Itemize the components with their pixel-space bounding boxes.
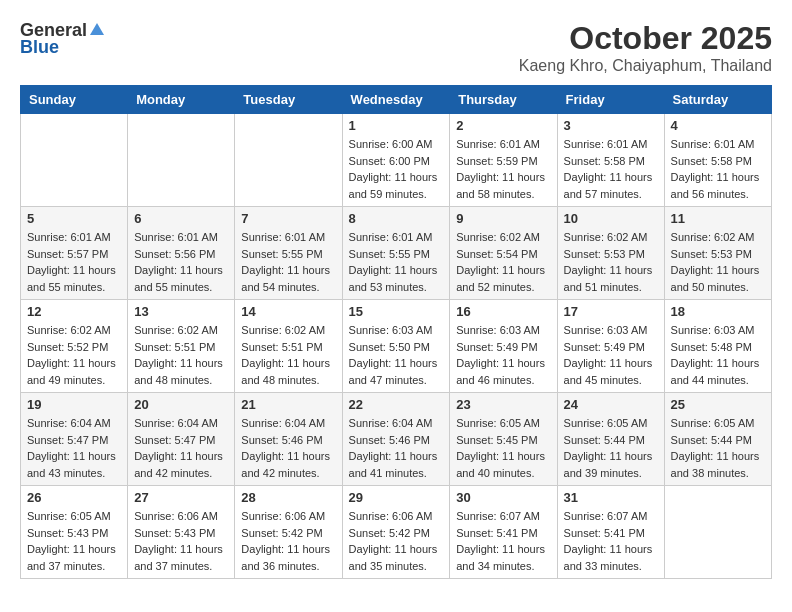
calendar-cell: 8 Sunrise: 6:01 AM Sunset: 5:55 PM Dayli… bbox=[342, 207, 450, 300]
day-info: Sunrise: 6:03 AM Sunset: 5:49 PM Dayligh… bbox=[564, 322, 658, 388]
sunrise-text: Sunrise: 6:01 AM bbox=[27, 231, 111, 243]
calendar-cell: 27 Sunrise: 6:06 AM Sunset: 5:43 PM Dayl… bbox=[128, 486, 235, 579]
sunset-text: Sunset: 5:43 PM bbox=[134, 527, 215, 539]
day-number: 21 bbox=[241, 397, 335, 412]
day-number: 6 bbox=[134, 211, 228, 226]
sunrise-text: Sunrise: 6:01 AM bbox=[349, 231, 433, 243]
daylight-text: Daylight: 11 hours and 55 minutes. bbox=[27, 264, 116, 293]
day-info: Sunrise: 6:04 AM Sunset: 5:47 PM Dayligh… bbox=[134, 415, 228, 481]
sunrise-text: Sunrise: 6:00 AM bbox=[349, 138, 433, 150]
weekday-header-sunday: Sunday bbox=[21, 86, 128, 114]
day-number: 4 bbox=[671, 118, 765, 133]
logo-blue-text: Blue bbox=[20, 37, 59, 58]
sunrise-text: Sunrise: 6:01 AM bbox=[671, 138, 755, 150]
calendar-cell: 11 Sunrise: 6:02 AM Sunset: 5:53 PM Dayl… bbox=[664, 207, 771, 300]
sunset-text: Sunset: 5:58 PM bbox=[564, 155, 645, 167]
sunset-text: Sunset: 5:49 PM bbox=[564, 341, 645, 353]
calendar-cell: 26 Sunrise: 6:05 AM Sunset: 5:43 PM Dayl… bbox=[21, 486, 128, 579]
sunset-text: Sunset: 5:57 PM bbox=[27, 248, 108, 260]
day-info: Sunrise: 6:01 AM Sunset: 5:55 PM Dayligh… bbox=[241, 229, 335, 295]
calendar-cell: 5 Sunrise: 6:01 AM Sunset: 5:57 PM Dayli… bbox=[21, 207, 128, 300]
sunrise-text: Sunrise: 6:01 AM bbox=[456, 138, 540, 150]
daylight-text: Daylight: 11 hours and 38 minutes. bbox=[671, 450, 760, 479]
calendar-cell: 17 Sunrise: 6:03 AM Sunset: 5:49 PM Dayl… bbox=[557, 300, 664, 393]
title-area: October 2025 Kaeng Khro, Chaiyaphum, Tha… bbox=[519, 20, 772, 75]
weekday-header-monday: Monday bbox=[128, 86, 235, 114]
sunset-text: Sunset: 5:53 PM bbox=[671, 248, 752, 260]
sunset-text: Sunset: 5:46 PM bbox=[349, 434, 430, 446]
day-info: Sunrise: 6:06 AM Sunset: 5:42 PM Dayligh… bbox=[241, 508, 335, 574]
day-info: Sunrise: 6:04 AM Sunset: 5:46 PM Dayligh… bbox=[241, 415, 335, 481]
calendar-cell: 2 Sunrise: 6:01 AM Sunset: 5:59 PM Dayli… bbox=[450, 114, 557, 207]
sunset-text: Sunset: 5:42 PM bbox=[241, 527, 322, 539]
calendar-cell: 31 Sunrise: 6:07 AM Sunset: 5:41 PM Dayl… bbox=[557, 486, 664, 579]
daylight-text: Daylight: 11 hours and 42 minutes. bbox=[134, 450, 223, 479]
sunrise-text: Sunrise: 6:05 AM bbox=[671, 417, 755, 429]
daylight-text: Daylight: 11 hours and 43 minutes. bbox=[27, 450, 116, 479]
calendar-cell: 12 Sunrise: 6:02 AM Sunset: 5:52 PM Dayl… bbox=[21, 300, 128, 393]
sunset-text: Sunset: 5:44 PM bbox=[671, 434, 752, 446]
day-info: Sunrise: 6:01 AM Sunset: 5:59 PM Dayligh… bbox=[456, 136, 550, 202]
daylight-text: Daylight: 11 hours and 35 minutes. bbox=[349, 543, 438, 572]
day-number: 27 bbox=[134, 490, 228, 505]
sunrise-text: Sunrise: 6:03 AM bbox=[564, 324, 648, 336]
day-info: Sunrise: 6:04 AM Sunset: 5:47 PM Dayligh… bbox=[27, 415, 121, 481]
day-number: 26 bbox=[27, 490, 121, 505]
weekday-header-friday: Friday bbox=[557, 86, 664, 114]
daylight-text: Daylight: 11 hours and 56 minutes. bbox=[671, 171, 760, 200]
calendar-cell: 9 Sunrise: 6:02 AM Sunset: 5:54 PM Dayli… bbox=[450, 207, 557, 300]
calendar-cell: 10 Sunrise: 6:02 AM Sunset: 5:53 PM Dayl… bbox=[557, 207, 664, 300]
sunrise-text: Sunrise: 6:02 AM bbox=[241, 324, 325, 336]
sunrise-text: Sunrise: 6:02 AM bbox=[564, 231, 648, 243]
day-info: Sunrise: 6:05 AM Sunset: 5:44 PM Dayligh… bbox=[671, 415, 765, 481]
day-number: 16 bbox=[456, 304, 550, 319]
day-number: 3 bbox=[564, 118, 658, 133]
sunrise-text: Sunrise: 6:03 AM bbox=[456, 324, 540, 336]
sunrise-text: Sunrise: 6:04 AM bbox=[241, 417, 325, 429]
daylight-text: Daylight: 11 hours and 57 minutes. bbox=[564, 171, 653, 200]
sunset-text: Sunset: 5:51 PM bbox=[241, 341, 322, 353]
calendar-cell: 1 Sunrise: 6:00 AM Sunset: 6:00 PM Dayli… bbox=[342, 114, 450, 207]
header: General Blue October 2025 Kaeng Khro, Ch… bbox=[20, 20, 772, 75]
day-number: 11 bbox=[671, 211, 765, 226]
sunset-text: Sunset: 5:45 PM bbox=[456, 434, 537, 446]
day-number: 14 bbox=[241, 304, 335, 319]
calendar-cell: 20 Sunrise: 6:04 AM Sunset: 5:47 PM Dayl… bbox=[128, 393, 235, 486]
day-number: 2 bbox=[456, 118, 550, 133]
sunrise-text: Sunrise: 6:04 AM bbox=[134, 417, 218, 429]
day-number: 24 bbox=[564, 397, 658, 412]
day-info: Sunrise: 6:02 AM Sunset: 5:53 PM Dayligh… bbox=[671, 229, 765, 295]
sunrise-text: Sunrise: 6:06 AM bbox=[241, 510, 325, 522]
sunrise-text: Sunrise: 6:01 AM bbox=[134, 231, 218, 243]
month-title: October 2025 bbox=[519, 20, 772, 57]
sunset-text: Sunset: 5:41 PM bbox=[564, 527, 645, 539]
calendar-cell: 15 Sunrise: 6:03 AM Sunset: 5:50 PM Dayl… bbox=[342, 300, 450, 393]
calendar-cell: 4 Sunrise: 6:01 AM Sunset: 5:58 PM Dayli… bbox=[664, 114, 771, 207]
sunset-text: Sunset: 6:00 PM bbox=[349, 155, 430, 167]
sunset-text: Sunset: 5:42 PM bbox=[349, 527, 430, 539]
day-number: 15 bbox=[349, 304, 444, 319]
day-info: Sunrise: 6:00 AM Sunset: 6:00 PM Dayligh… bbox=[349, 136, 444, 202]
calendar-cell: 3 Sunrise: 6:01 AM Sunset: 5:58 PM Dayli… bbox=[557, 114, 664, 207]
day-info: Sunrise: 6:02 AM Sunset: 5:53 PM Dayligh… bbox=[564, 229, 658, 295]
calendar-cell bbox=[128, 114, 235, 207]
day-info: Sunrise: 6:03 AM Sunset: 5:48 PM Dayligh… bbox=[671, 322, 765, 388]
sunrise-text: Sunrise: 6:02 AM bbox=[27, 324, 111, 336]
day-number: 17 bbox=[564, 304, 658, 319]
daylight-text: Daylight: 11 hours and 37 minutes. bbox=[27, 543, 116, 572]
daylight-text: Daylight: 11 hours and 50 minutes. bbox=[671, 264, 760, 293]
daylight-text: Daylight: 11 hours and 41 minutes. bbox=[349, 450, 438, 479]
day-number: 5 bbox=[27, 211, 121, 226]
sunrise-text: Sunrise: 6:02 AM bbox=[134, 324, 218, 336]
week-row-5: 26 Sunrise: 6:05 AM Sunset: 5:43 PM Dayl… bbox=[21, 486, 772, 579]
day-info: Sunrise: 6:06 AM Sunset: 5:42 PM Dayligh… bbox=[349, 508, 444, 574]
day-number: 20 bbox=[134, 397, 228, 412]
calendar-cell: 23 Sunrise: 6:05 AM Sunset: 5:45 PM Dayl… bbox=[450, 393, 557, 486]
calendar-cell: 7 Sunrise: 6:01 AM Sunset: 5:55 PM Dayli… bbox=[235, 207, 342, 300]
sunset-text: Sunset: 5:55 PM bbox=[349, 248, 430, 260]
weekday-header-tuesday: Tuesday bbox=[235, 86, 342, 114]
logo-triangle-icon bbox=[89, 21, 105, 41]
day-number: 19 bbox=[27, 397, 121, 412]
sunrise-text: Sunrise: 6:07 AM bbox=[564, 510, 648, 522]
calendar-cell: 30 Sunrise: 6:07 AM Sunset: 5:41 PM Dayl… bbox=[450, 486, 557, 579]
